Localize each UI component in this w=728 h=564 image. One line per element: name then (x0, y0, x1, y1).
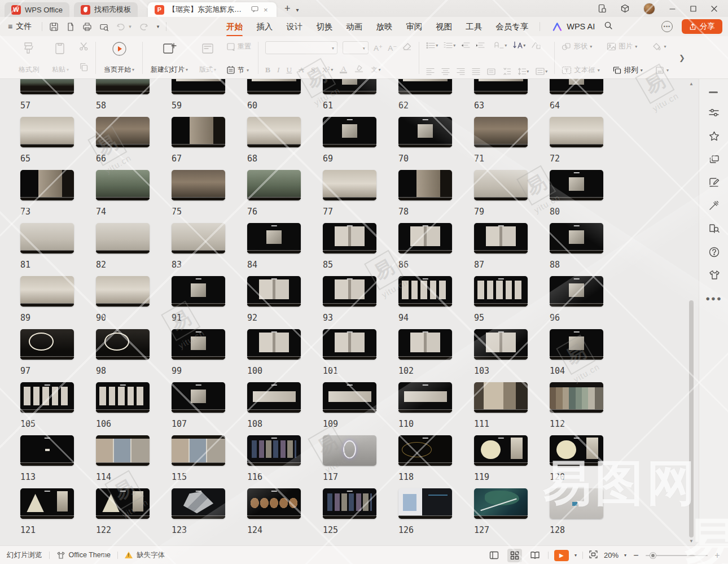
search-icon[interactable] (604, 21, 613, 32)
slide-thumbnail-82[interactable] (96, 223, 150, 253)
convert-smartart-icon[interactable] (531, 41, 541, 49)
slide-thumbnail-57[interactable] (20, 79, 74, 94)
vertical-scrollbar[interactable]: ▲ ▼ (688, 79, 695, 545)
app-center-cube-icon[interactable] (620, 4, 630, 14)
slide-thumbnail-76[interactable] (247, 170, 301, 200)
tab-presentation-document[interactable]: P 【琚宾】东莞旭辉东莞黄江项... × (148, 2, 277, 17)
slide-thumbnail-83[interactable] (172, 223, 225, 253)
slide-thumbnail-115[interactable] (172, 435, 225, 466)
fill-color-button[interactable]: ▾ (652, 42, 666, 51)
fit-to-window-icon[interactable] (589, 550, 598, 561)
slide-thumbnail-63[interactable] (474, 79, 528, 94)
slide-thumbnail-123[interactable] (172, 488, 225, 519)
slide-thumbnail-64[interactable] (550, 79, 603, 94)
shapes-panel-icon[interactable] (707, 152, 721, 166)
slide-thumbnail-90[interactable] (96, 276, 150, 307)
slide-thumbnail-104[interactable] (550, 329, 603, 360)
zoom-level-value[interactable]: 20% (604, 551, 619, 559)
slide-thumbnail-78[interactable] (398, 170, 452, 200)
font-name-select[interactable]: ▾ (265, 41, 337, 54)
slide-thumbnail-124[interactable] (247, 488, 301, 519)
slide-thumbnail-127[interactable] (474, 488, 528, 519)
slide-thumbnail-74[interactable] (96, 170, 150, 200)
zoom-out-button[interactable]: − (632, 550, 640, 561)
tab-transitions[interactable]: 切换 (309, 18, 339, 36)
favorites-star-icon[interactable] (707, 129, 721, 143)
slide-thumbnail-122[interactable] (96, 488, 150, 519)
file-menu-button[interactable]: ≡ 文件 (0, 21, 37, 32)
ribbon-expand-chevron-icon[interactable]: ❯ (674, 40, 690, 76)
tab-home[interactable]: 开始 (220, 18, 249, 36)
slide-thumbnail-113[interactable] (20, 435, 74, 466)
cut-scissors-icon[interactable] (79, 42, 89, 53)
layout-button[interactable]: 版式▾ (195, 40, 221, 76)
slide-thumbnail-77[interactable] (323, 170, 376, 200)
tab-membership[interactable]: 会员专享 (489, 18, 535, 36)
numbered-list-button[interactable]: ▾ (444, 42, 455, 49)
textbox-button[interactable]: 文本框▾ (562, 65, 600, 75)
increase-indent-button[interactable] (476, 42, 485, 49)
minimize-button[interactable] (669, 5, 676, 12)
slide-thumbnail-66[interactable] (96, 117, 150, 147)
slide-thumbnail-120[interactable] (550, 435, 603, 466)
section-button[interactable]: 节▾ (226, 65, 251, 75)
superscript-button[interactable]: X²▾ (322, 65, 334, 75)
slide-thumbnail-100[interactable] (247, 329, 301, 360)
paragraph-spacing-button[interactable]: ▾ (536, 68, 547, 75)
slide-thumbnail-67[interactable] (172, 117, 225, 147)
slide-thumbnail-62[interactable] (398, 79, 452, 94)
tab-animation[interactable]: 动画 (339, 18, 369, 36)
underline-button[interactable]: U (287, 65, 292, 75)
slide-thumbnail-65[interactable] (20, 117, 74, 147)
slide-thumbnail-102[interactable] (398, 329, 452, 360)
italic-button[interactable]: I (277, 65, 280, 75)
share-button[interactable]: 分享 (682, 19, 722, 34)
format-painter-button[interactable]: 格式刷 (16, 40, 42, 76)
tab-view[interactable]: 视图 (429, 18, 459, 36)
signature-pen-icon[interactable] (707, 176, 721, 189)
slide-thumbnail-60[interactable] (247, 79, 301, 94)
tab-design[interactable]: 设计 (279, 18, 309, 36)
slide-thumbnail-59[interactable] (172, 79, 225, 94)
arrange-button[interactable]: 排列▾ (612, 65, 643, 75)
zoom-slider-thumb[interactable] (650, 553, 656, 558)
slide-thumbnail-84[interactable] (247, 223, 301, 253)
decrease-indent-button[interactable] (461, 42, 470, 49)
tab-docer-templates[interactable]: 找稻壳模板 (74, 2, 138, 17)
scrollbar-thumb[interactable] (689, 300, 694, 537)
slide-thumbnail-88[interactable] (550, 223, 603, 253)
slide-thumbnail-117[interactable] (323, 435, 376, 466)
help-question-icon[interactable] (707, 245, 721, 259)
slide-thumbnail-99[interactable] (172, 329, 225, 360)
tab-review[interactable]: 审阅 (399, 18, 429, 36)
slide-thumbnail-69[interactable] (323, 117, 376, 147)
start-from-current-button[interactable]: 当页开始▾ (103, 40, 135, 76)
slide-thumbnail-101[interactable] (323, 329, 376, 360)
missing-font-button[interactable]: 缺失字体 (125, 550, 165, 560)
slide-thumbnail-86[interactable] (398, 223, 452, 253)
zoom-caret-icon[interactable]: ▾ (624, 553, 626, 558)
tab-list-caret-icon[interactable]: ▾ (296, 7, 299, 13)
slide-thumbnail-68[interactable] (247, 117, 301, 147)
slide-thumbnail-119[interactable] (474, 435, 528, 466)
reset-button[interactable]: 重置 (226, 42, 251, 51)
slide-thumbnail-103[interactable] (474, 329, 528, 360)
strikethrough-button[interactable]: S (311, 65, 315, 75)
tab-insert[interactable]: 插入 (249, 18, 279, 36)
print-icon[interactable] (82, 22, 92, 32)
bullet-list-button[interactable]: ▾ (426, 42, 438, 49)
lookup-book-icon[interactable] (707, 222, 721, 235)
mobile-sync-icon[interactable] (598, 4, 607, 13)
slide-thumbnail-98[interactable] (96, 329, 150, 360)
phonetic-guide-button[interactable]: 文▾ (371, 65, 380, 74)
sidebar-collapse-handle[interactable] (709, 91, 718, 93)
scroll-up-arrow-icon[interactable]: ▲ (688, 81, 695, 86)
slide-thumbnail-95[interactable] (474, 276, 528, 307)
properties-sliders-icon[interactable] (707, 106, 721, 120)
play-options-caret-icon[interactable]: ▾ (574, 553, 577, 558)
new-slide-button[interactable]: 新建幻灯片▾ (150, 40, 189, 76)
slide-thumbnail-97[interactable] (20, 329, 74, 360)
slide-thumbnail-116[interactable] (247, 435, 301, 466)
row-spacing-button[interactable] (502, 68, 511, 75)
slide-thumbnail-87[interactable] (474, 223, 528, 253)
